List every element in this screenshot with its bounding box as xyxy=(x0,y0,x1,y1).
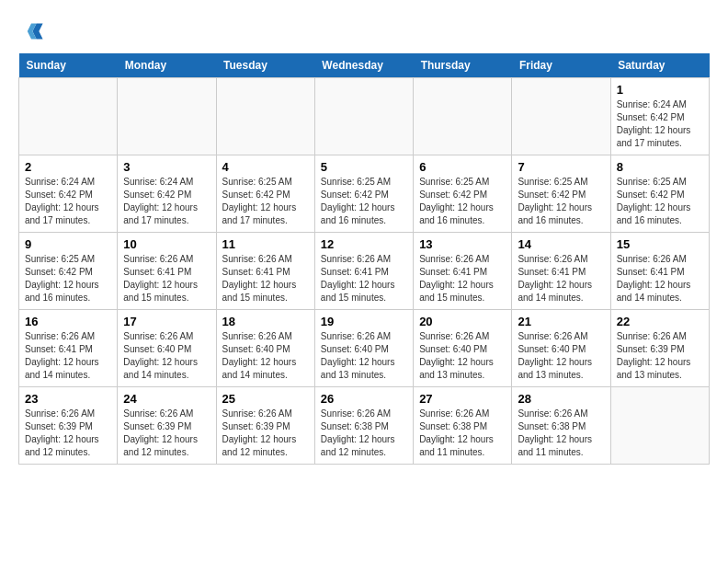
day-info: Sunrise: 6:25 AM Sunset: 6:42 PM Dayligh… xyxy=(321,176,407,227)
calendar-day xyxy=(314,78,413,155)
day-number: 4 xyxy=(222,160,309,174)
page-header xyxy=(18,18,710,44)
calendar-day: 13Sunrise: 6:26 AM Sunset: 6:41 PM Dayli… xyxy=(414,233,512,310)
calendar-day: 22Sunrise: 6:26 AM Sunset: 6:39 PM Dayli… xyxy=(610,310,709,387)
calendar-day: 1Sunrise: 6:24 AM Sunset: 6:42 PM Daylig… xyxy=(610,78,709,155)
calendar-day: 2Sunrise: 6:24 AM Sunset: 6:42 PM Daylig… xyxy=(19,155,118,233)
calendar-day: 23Sunrise: 6:26 AM Sunset: 6:39 PM Dayli… xyxy=(19,387,118,465)
calendar-day: 24Sunrise: 6:26 AM Sunset: 6:39 PM Dayli… xyxy=(118,387,216,465)
calendar-day: 19Sunrise: 6:26 AM Sunset: 6:40 PM Dayli… xyxy=(314,310,413,387)
col-header-saturday: Saturday xyxy=(610,53,709,78)
day-number: 20 xyxy=(419,315,506,328)
day-number: 11 xyxy=(222,237,309,251)
col-header-sunday: Sunday xyxy=(19,53,118,78)
calendar-week-1: 1Sunrise: 6:24 AM Sunset: 6:42 PM Daylig… xyxy=(19,78,710,155)
day-number: 14 xyxy=(518,237,604,251)
day-number: 19 xyxy=(321,315,407,328)
col-header-tuesday: Tuesday xyxy=(216,53,314,78)
calendar-day: 21Sunrise: 6:26 AM Sunset: 6:40 PM Dayli… xyxy=(512,310,610,387)
calendar-day: 10Sunrise: 6:26 AM Sunset: 6:41 PM Dayli… xyxy=(118,233,216,310)
day-number: 5 xyxy=(321,160,407,174)
calendar-day: 15Sunrise: 6:26 AM Sunset: 6:41 PM Dayli… xyxy=(610,233,709,310)
day-info: Sunrise: 6:26 AM Sunset: 6:41 PM Dayligh… xyxy=(25,330,111,382)
col-header-monday: Monday xyxy=(118,53,216,78)
day-info: Sunrise: 6:26 AM Sunset: 6:41 PM Dayligh… xyxy=(321,253,407,304)
calendar-week-3: 9Sunrise: 6:25 AM Sunset: 6:42 PM Daylig… xyxy=(19,233,710,310)
day-number: 17 xyxy=(123,315,210,328)
calendar-day: 17Sunrise: 6:26 AM Sunset: 6:40 PM Dayli… xyxy=(118,310,216,387)
day-number: 1 xyxy=(617,83,703,97)
day-number: 7 xyxy=(518,160,604,174)
calendar-day xyxy=(512,78,610,155)
day-info: Sunrise: 6:26 AM Sunset: 6:39 PM Dayligh… xyxy=(25,408,111,459)
day-info: Sunrise: 6:26 AM Sunset: 6:39 PM Dayligh… xyxy=(123,408,210,459)
calendar-week-4: 16Sunrise: 6:26 AM Sunset: 6:41 PM Dayli… xyxy=(19,310,710,387)
day-number: 15 xyxy=(617,237,703,251)
calendar-day xyxy=(414,78,512,155)
day-info: Sunrise: 6:26 AM Sunset: 6:40 PM Dayligh… xyxy=(518,330,604,382)
day-info: Sunrise: 6:24 AM Sunset: 6:42 PM Dayligh… xyxy=(25,176,111,227)
day-number: 27 xyxy=(419,392,506,406)
calendar-day xyxy=(19,78,118,155)
calendar-day: 27Sunrise: 6:26 AM Sunset: 6:38 PM Dayli… xyxy=(414,387,512,465)
day-number: 6 xyxy=(419,160,506,174)
day-number: 22 xyxy=(617,315,703,328)
calendar-header-row: SundayMondayTuesdayWednesdayThursdayFrid… xyxy=(19,53,710,78)
calendar-week-5: 23Sunrise: 6:26 AM Sunset: 6:39 PM Dayli… xyxy=(19,387,710,465)
day-info: Sunrise: 6:26 AM Sunset: 6:41 PM Dayligh… xyxy=(123,253,210,304)
calendar-day: 7Sunrise: 6:25 AM Sunset: 6:42 PM Daylig… xyxy=(512,155,610,233)
day-number: 23 xyxy=(25,392,111,406)
day-info: Sunrise: 6:25 AM Sunset: 6:42 PM Dayligh… xyxy=(419,176,506,227)
day-info: Sunrise: 6:26 AM Sunset: 6:41 PM Dayligh… xyxy=(617,253,703,304)
day-number: 18 xyxy=(222,315,309,328)
day-number: 21 xyxy=(518,315,604,328)
calendar-day: 11Sunrise: 6:26 AM Sunset: 6:41 PM Dayli… xyxy=(216,233,314,310)
calendar-day xyxy=(610,387,709,465)
day-number: 26 xyxy=(321,392,407,406)
day-info: Sunrise: 6:25 AM Sunset: 6:42 PM Dayligh… xyxy=(25,253,111,304)
day-info: Sunrise: 6:26 AM Sunset: 6:38 PM Dayligh… xyxy=(321,408,407,459)
calendar-day: 20Sunrise: 6:26 AM Sunset: 6:40 PM Dayli… xyxy=(414,310,512,387)
day-info: Sunrise: 6:26 AM Sunset: 6:38 PM Dayligh… xyxy=(419,408,506,459)
day-info: Sunrise: 6:26 AM Sunset: 6:40 PM Dayligh… xyxy=(222,330,309,382)
day-info: Sunrise: 6:26 AM Sunset: 6:41 PM Dayligh… xyxy=(222,253,309,304)
day-info: Sunrise: 6:26 AM Sunset: 6:40 PM Dayligh… xyxy=(123,330,210,382)
col-header-friday: Friday xyxy=(512,53,610,78)
day-number: 13 xyxy=(419,237,506,251)
day-number: 28 xyxy=(518,392,604,406)
day-number: 16 xyxy=(25,315,111,328)
calendar-day: 26Sunrise: 6:26 AM Sunset: 6:38 PM Dayli… xyxy=(314,387,413,465)
calendar-day: 4Sunrise: 6:25 AM Sunset: 6:42 PM Daylig… xyxy=(216,155,314,233)
day-number: 9 xyxy=(25,237,111,251)
calendar-day: 8Sunrise: 6:25 AM Sunset: 6:42 PM Daylig… xyxy=(610,155,709,233)
calendar-day xyxy=(216,78,314,155)
day-info: Sunrise: 6:26 AM Sunset: 6:41 PM Dayligh… xyxy=(518,253,604,304)
logo-icon xyxy=(18,18,44,44)
day-number: 24 xyxy=(123,392,210,406)
day-number: 8 xyxy=(617,160,703,174)
logo xyxy=(18,18,46,44)
calendar-day: 5Sunrise: 6:25 AM Sunset: 6:42 PM Daylig… xyxy=(314,155,413,233)
day-info: Sunrise: 6:24 AM Sunset: 6:42 PM Dayligh… xyxy=(617,98,703,150)
calendar-day: 28Sunrise: 6:26 AM Sunset: 6:38 PM Dayli… xyxy=(512,387,610,465)
day-number: 25 xyxy=(222,392,309,406)
calendar-day: 6Sunrise: 6:25 AM Sunset: 6:42 PM Daylig… xyxy=(414,155,512,233)
day-info: Sunrise: 6:24 AM Sunset: 6:42 PM Dayligh… xyxy=(123,176,210,227)
calendar-day: 14Sunrise: 6:26 AM Sunset: 6:41 PM Dayli… xyxy=(512,233,610,310)
day-info: Sunrise: 6:25 AM Sunset: 6:42 PM Dayligh… xyxy=(518,176,604,227)
calendar-day: 16Sunrise: 6:26 AM Sunset: 6:41 PM Dayli… xyxy=(19,310,118,387)
day-info: Sunrise: 6:26 AM Sunset: 6:40 PM Dayligh… xyxy=(419,330,506,382)
day-info: Sunrise: 6:26 AM Sunset: 6:39 PM Dayligh… xyxy=(222,408,309,459)
calendar-day: 25Sunrise: 6:26 AM Sunset: 6:39 PM Dayli… xyxy=(216,387,314,465)
day-info: Sunrise: 6:26 AM Sunset: 6:40 PM Dayligh… xyxy=(321,330,407,382)
calendar-day: 3Sunrise: 6:24 AM Sunset: 6:42 PM Daylig… xyxy=(118,155,216,233)
calendar-table: SundayMondayTuesdayWednesdayThursdayFrid… xyxy=(18,53,710,465)
day-number: 2 xyxy=(25,160,111,174)
calendar-week-2: 2Sunrise: 6:24 AM Sunset: 6:42 PM Daylig… xyxy=(19,155,710,233)
day-number: 10 xyxy=(123,237,210,251)
calendar-day: 18Sunrise: 6:26 AM Sunset: 6:40 PM Dayli… xyxy=(216,310,314,387)
day-info: Sunrise: 6:25 AM Sunset: 6:42 PM Dayligh… xyxy=(617,176,703,227)
day-info: Sunrise: 6:26 AM Sunset: 6:38 PM Dayligh… xyxy=(518,408,604,459)
calendar-day: 9Sunrise: 6:25 AM Sunset: 6:42 PM Daylig… xyxy=(19,233,118,310)
day-number: 12 xyxy=(321,237,407,251)
